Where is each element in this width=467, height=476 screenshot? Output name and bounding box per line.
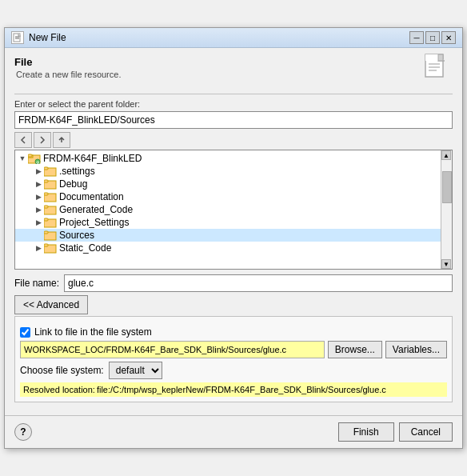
maximize-button[interactable]: □ (425, 31, 440, 44)
resolved-location-label: Resolved location: (23, 385, 95, 394)
title-bar-controls: ─ □ ✕ (409, 31, 456, 44)
filesystem-select[interactable]: default (109, 362, 162, 379)
link-checkbox-row: Link to file in the file system (20, 326, 447, 338)
filename-input[interactable] (64, 274, 453, 292)
nav-forward-button[interactable] (34, 132, 51, 148)
tree-toggle-debug: ▶ (33, 178, 44, 190)
link-location-input[interactable] (20, 341, 325, 358)
tree-scrollbar[interactable]: ▲ ▼ (441, 150, 452, 269)
dialog-body: File Create a new file resource. Enter o… (5, 48, 462, 410)
filesystem-row: Choose file system: default (20, 362, 447, 379)
section-description: Create a new file resource. (14, 70, 416, 79)
svg-rect-24 (44, 231, 48, 234)
bottom-bar: ? Finish Cancel (5, 415, 462, 448)
title-bar-label: New File (29, 32, 405, 43)
scroll-up-arrow[interactable]: ▲ (441, 150, 451, 160)
svg-rect-4 (425, 54, 438, 61)
folder-icon-sources (44, 230, 57, 241)
parent-folder-input[interactable] (14, 111, 453, 129)
new-file-dialog: New File ─ □ ✕ File Create a new file re… (4, 27, 463, 449)
tree-toggle-generated: ▶ (33, 204, 44, 215)
tree-item-projsettings[interactable]: ▶ Project_Settings (15, 216, 441, 229)
help-button[interactable]: ? (14, 423, 32, 441)
cancel-button[interactable]: Cancel (399, 422, 453, 442)
resolved-location-row: Resolved location: file:/C:/tmp/wsp_kepl… (20, 382, 447, 397)
nav-up-button[interactable] (53, 132, 70, 148)
tree-label-settings: .settings (59, 166, 95, 177)
svg-rect-16 (44, 180, 48, 182)
variables-button[interactable]: Variables... (385, 341, 447, 358)
svg-rect-18 (44, 193, 48, 195)
tree-item-generated[interactable]: ▶ Generated_Code (15, 203, 441, 216)
folder-icon-projsettings (44, 217, 57, 228)
close-button[interactable]: ✕ (441, 31, 456, 44)
tree-label-generated: Generated_Code (59, 204, 133, 215)
action-buttons: Finish Cancel (338, 422, 453, 442)
svg-rect-22 (44, 218, 48, 221)
link-checkbox[interactable] (20, 327, 30, 338)
tree-item-docs[interactable]: ▶ Documentation (15, 190, 441, 203)
tree-toolbar (14, 132, 453, 148)
link-input-row: Browse... Variables... (20, 341, 447, 358)
folder-icon-docs (44, 191, 57, 202)
filename-label: File name: (14, 278, 59, 289)
section-title: File (14, 56, 416, 68)
tree-label-projsettings: Project_Settings (59, 217, 129, 228)
scroll-down-arrow[interactable]: ▼ (441, 259, 451, 269)
title-bar: New File ─ □ ✕ (5, 28, 462, 48)
title-bar-icon (11, 31, 24, 44)
tree-toggle-projsettings: ▶ (33, 217, 44, 228)
file-icon (422, 53, 453, 89)
tree-toggle-settings: ▶ (33, 166, 44, 177)
filesystem-label: Choose file system: (20, 365, 104, 376)
parent-folder-label: Enter or select the parent folder: (14, 99, 453, 109)
scroll-thumb[interactable] (442, 171, 452, 203)
tree-item-settings[interactable]: ▶ .settings (15, 165, 441, 178)
tree-item-root[interactable]: ▼ ⚙ FRDM-K64F_BlinkLED (15, 152, 441, 165)
tree-label-debug: Debug (59, 178, 87, 190)
tree-toggle-docs: ▶ (33, 191, 44, 202)
tree-item-sources[interactable]: ▶ Sources (15, 229, 441, 242)
finish-button[interactable]: Finish (338, 422, 394, 442)
browse-button[interactable]: Browse... (328, 341, 382, 358)
divider-1 (14, 94, 453, 94)
folder-icon-staticcode (44, 242, 57, 254)
advanced-button[interactable]: << Advanced (14, 295, 88, 314)
tree-label-docs: Documentation (59, 191, 124, 202)
link-checkbox-label: Link to file in the file system (34, 326, 152, 338)
svg-rect-10 (28, 154, 32, 157)
nav-back-button[interactable] (14, 132, 32, 148)
tree-item-staticcode[interactable]: ▶ Static_Code (15, 242, 441, 254)
tree-item-debug[interactable]: ▶ Debug (15, 178, 441, 190)
minimize-button[interactable]: ─ (409, 31, 424, 44)
tree-toggle-root: ▼ (17, 153, 28, 164)
tree-content: ▼ ⚙ FRDM-K64F_BlinkLED (15, 150, 441, 256)
advanced-section: Link to file in the file system Browse..… (14, 316, 453, 402)
folder-icon-generated (44, 204, 57, 215)
svg-rect-14 (44, 167, 48, 170)
filename-row: File name: (14, 274, 453, 292)
folder-tree[interactable]: ▼ ⚙ FRDM-K64F_BlinkLED (14, 150, 453, 270)
folder-icon-debug (44, 178, 57, 190)
svg-rect-26 (44, 244, 48, 246)
tree-toggle-staticcode: ▶ (33, 242, 44, 254)
folder-icon-settings (44, 166, 57, 177)
svg-rect-20 (44, 206, 48, 208)
resolved-location-value: file:/C:/tmp/wsp_keplerNew/FRDM-K64F_Bar… (97, 385, 386, 394)
tree-label-root: FRDM-K64F_BlinkLED (43, 153, 142, 164)
project-icon: ⚙ (28, 153, 41, 164)
tree-label-staticcode: Static_Code (59, 242, 111, 254)
tree-label-sources: Sources (59, 230, 94, 241)
